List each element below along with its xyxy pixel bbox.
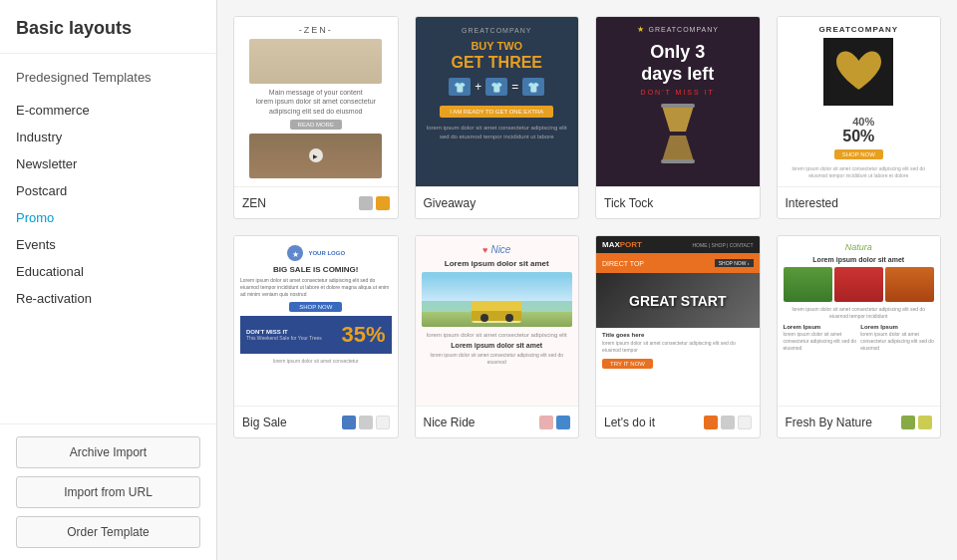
sidebar-item-newsletter[interactable]: Newsletter: [0, 150, 216, 177]
fn-image-red: [834, 267, 883, 302]
letsdoit-swatch-gray[interactable]: [721, 416, 735, 429]
archive-import-button[interactable]: Archive Import: [16, 436, 200, 468]
letsdoit-section-title: Title goes here: [602, 332, 754, 338]
freshnature-headline: Lorem ipsum dolor sit amet: [812, 256, 904, 263]
niceride-swatch-pink[interactable]: [539, 416, 553, 429]
heart-icon: ♥: [482, 245, 487, 255]
sidebar-title: Basic layouts: [0, 0, 216, 54]
sidebar-item-promo[interactable]: Promo: [0, 204, 216, 231]
tiktock-company: GREATCOMPANY: [649, 26, 719, 33]
template-card-giveaway[interactable]: GREATCOMPANY BUY TWOGET THREE 👕 + 👕 = 👕 …: [415, 16, 580, 219]
sidebar-section-label: Predesigned Templates: [0, 54, 216, 93]
giveaway-equals: =: [511, 80, 518, 94]
bigsale-percentage: 35%: [341, 322, 385, 348]
niceride-swatch-blue[interactable]: [556, 416, 570, 429]
template-preview-giveaway: GREATCOMPANY BUY TWOGET THREE 👕 + 👕 = 👕 …: [416, 17, 579, 186]
svg-rect-2: [661, 104, 695, 108]
swatch-gray[interactable]: [359, 196, 373, 210]
sidebar-item-educational[interactable]: Educational: [0, 258, 216, 285]
freshnature-swatches: [901, 416, 932, 429]
svg-text:★: ★: [292, 250, 299, 259]
bigsale-swatch-blue[interactable]: [342, 416, 356, 429]
sidebar-item-industry[interactable]: Industry: [0, 124, 216, 150]
freshnature-body-text: lorem ipsum dolor sit amet consectetur a…: [784, 306, 935, 320]
template-card-letsdoit[interactable]: MAXPORT HOME | SHOP | CONTACT DIRECT TOP…: [595, 235, 761, 438]
van-icon: [472, 301, 521, 323]
letsdoit-nav-links: HOME | SHOP | CONTACT: [692, 242, 753, 248]
zen-preview-image1: [249, 39, 382, 84]
sidebar-item-events[interactable]: Events: [0, 231, 216, 258]
tiktock-header: ★ GREATCOMPANY: [637, 25, 719, 34]
letsdoit-bottom: Title goes here lorem ipsum dolor sit am…: [596, 328, 760, 406]
template-footer-zen: ZEN: [234, 186, 398, 218]
bigsale-banner: DON'T MISS IT This Weekend Sale for Your…: [240, 316, 392, 354]
letsdoit-swatches: [704, 416, 752, 429]
niceride-hero-image: [422, 272, 573, 327]
template-card-zen[interactable]: -ZEN- Main message of your contentlorem …: [233, 16, 399, 219]
giveaway-plus: +: [475, 80, 481, 94]
fn-image-green: [784, 267, 832, 302]
template-card-interested[interactable]: GREATCOMPANY 40% 50% SHOP NOW lorem ipsu…: [777, 16, 942, 219]
letsdoit-promo-text: DIRECT TOP: [602, 260, 644, 267]
fn-image-orange: [885, 267, 934, 302]
letsdoit-swatch-light[interactable]: [738, 416, 752, 429]
template-name-freshnature: Fresh By Nature: [786, 416, 872, 429]
sidebar-buttons: Archive Import Import from URL Order Tem…: [0, 423, 216, 560]
niceride-brand: Nice: [490, 244, 510, 255]
freshnature-col1: Lorem Ipsum lorem ipsum dolor sit amet c…: [784, 323, 857, 352]
letsdoit-swatch-orange[interactable]: [704, 416, 718, 429]
star-icon: ★: [637, 25, 645, 34]
template-card-freshnature[interactable]: Natura Lorem ipsum dolor sit amet lorem …: [777, 235, 942, 438]
letsdoit-logo: MAXPORT: [602, 240, 642, 249]
niceride-subtitle: Lorem ipsum dolor sit amet: [451, 342, 542, 349]
zen-preview-text: Main message of your contentlorem ipsum …: [242, 88, 390, 115]
template-footer-interested: Interested: [778, 186, 941, 218]
template-footer-freshnature: Fresh By Nature: [778, 406, 941, 437]
template-card-bigsale[interactable]: ★ YOUR LOGO BIG SALE IS COMING! Lorem ip…: [233, 235, 399, 438]
template-preview-tiktock: ★ GREATCOMPANY Only 3days left DON'T MIS…: [596, 17, 760, 186]
bigsale-banner-text2: This Weekend Sale for Your Trees: [246, 335, 322, 341]
template-preview-freshnature: Natura Lorem ipsum dolor sit amet lorem …: [778, 236, 941, 406]
sidebar-nav: E-commerce Industry Newsletter Postcard …: [0, 93, 216, 423]
template-name-tiktock: Tick Tock: [604, 196, 653, 210]
sidebar-item-postcard[interactable]: Postcard: [0, 177, 216, 204]
letsdoit-section-text: lorem ipsum dolor sit amet consectetur a…: [602, 340, 754, 354]
sidebar-item-ecommerce[interactable]: E-commerce: [0, 97, 216, 124]
template-card-niceride[interactable]: ♥ Nice Lorem ipsum dolor sit amet: [415, 235, 580, 438]
bigsale-headline: BIG SALE IS COMING!: [273, 265, 358, 274]
bigsale-swatch-gray[interactable]: [359, 416, 373, 429]
template-card-tiktock[interactable]: ★ GREATCOMPANY Only 3days left DON'T MIS…: [595, 16, 761, 219]
interested-company: GREATCOMPANY: [818, 25, 898, 34]
letsdoit-top-bar: MAXPORT HOME | SHOP | CONTACT: [596, 236, 760, 253]
sidebar-item-reactivation[interactable]: Re-activation: [0, 285, 216, 312]
import-from-url-button[interactable]: Import from URL: [16, 476, 200, 508]
template-name-interested: Interested: [786, 196, 838, 210]
freshnature-swatch-yellow[interactable]: [918, 416, 932, 429]
interested-50-pct: 50%: [842, 128, 874, 145]
interested-body-text: lorem ipsum dolor sit amet consectetur a…: [786, 165, 933, 178]
zen-preview-btn: READ MORE: [290, 120, 342, 130]
freshnature-swatch-green[interactable]: [901, 416, 915, 429]
svg-marker-1: [662, 136, 694, 161]
shirt-icon1: 👕: [449, 78, 471, 96]
interested-heart-image: [823, 38, 893, 106]
freshnature-brand: Natura: [845, 242, 872, 252]
niceride-body-text: lorem ipsum dolor sit amet consectetur a…: [427, 331, 567, 339]
order-template-button[interactable]: Order Template: [16, 516, 200, 548]
template-name-bigsale: Big Sale: [242, 416, 287, 429]
shirt-icon3: 👕: [522, 78, 544, 96]
freshnature-col2: Lorem Ipsum lorem ipsum dolor sit amet c…: [860, 323, 934, 352]
sidebar: Basic layouts Predesigned Templates E-co…: [0, 0, 217, 560]
template-preview-bigsale: ★ YOUR LOGO BIG SALE IS COMING! Lorem ip…: [234, 236, 398, 406]
svg-rect-3: [661, 159, 695, 163]
letsdoit-promo-link: SHOP NOW ›: [715, 259, 754, 267]
letsdoit-promo-bar: DIRECT TOP SHOP NOW ›: [596, 253, 760, 273]
niceride-title: Lorem ipsum dolor sit amet: [445, 259, 549, 268]
freshnature-col1-title: Lorem Ipsum: [784, 323, 857, 331]
niceride-footer-text: lorem ipsum dolor sit amet consectetur a…: [422, 352, 573, 366]
swatch-orange[interactable]: [376, 196, 390, 210]
zen-preview-title: -ZEN-: [299, 25, 333, 35]
bigsale-swatch-light[interactable]: [376, 416, 390, 429]
shirt-icon2: 👕: [485, 78, 507, 96]
main-content: -ZEN- Main message of your contentlorem …: [217, 0, 957, 560]
